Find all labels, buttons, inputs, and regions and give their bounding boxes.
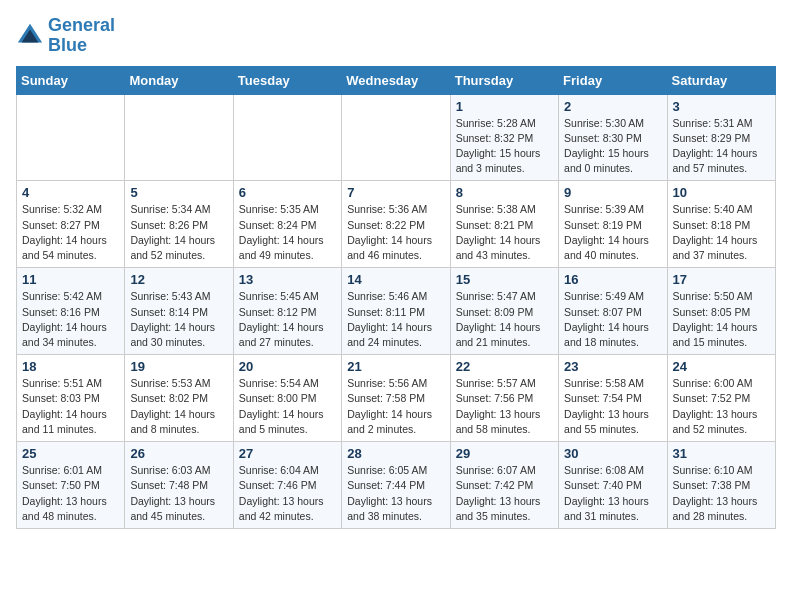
- calendar-cell: [342, 94, 450, 181]
- calendar-cell: 3Sunrise: 5:31 AM Sunset: 8:29 PM Daylig…: [667, 94, 775, 181]
- day-number: 29: [456, 446, 553, 461]
- day-info: Sunrise: 5:32 AM Sunset: 8:27 PM Dayligh…: [22, 202, 119, 263]
- day-number: 21: [347, 359, 444, 374]
- calendar-cell: 12Sunrise: 5:43 AM Sunset: 8:14 PM Dayli…: [125, 268, 233, 355]
- day-number: 1: [456, 99, 553, 114]
- day-header-saturday: Saturday: [667, 66, 775, 94]
- day-info: Sunrise: 6:08 AM Sunset: 7:40 PM Dayligh…: [564, 463, 661, 524]
- day-info: Sunrise: 5:54 AM Sunset: 8:00 PM Dayligh…: [239, 376, 336, 437]
- day-info: Sunrise: 6:01 AM Sunset: 7:50 PM Dayligh…: [22, 463, 119, 524]
- calendar-cell: 27Sunrise: 6:04 AM Sunset: 7:46 PM Dayli…: [233, 442, 341, 529]
- day-number: 20: [239, 359, 336, 374]
- day-number: 2: [564, 99, 661, 114]
- day-number: 22: [456, 359, 553, 374]
- day-info: Sunrise: 5:46 AM Sunset: 8:11 PM Dayligh…: [347, 289, 444, 350]
- day-number: 16: [564, 272, 661, 287]
- day-number: 28: [347, 446, 444, 461]
- day-number: 7: [347, 185, 444, 200]
- day-info: Sunrise: 5:56 AM Sunset: 7:58 PM Dayligh…: [347, 376, 444, 437]
- day-info: Sunrise: 5:31 AM Sunset: 8:29 PM Dayligh…: [673, 116, 770, 177]
- calendar-cell: 1Sunrise: 5:28 AM Sunset: 8:32 PM Daylig…: [450, 94, 558, 181]
- day-number: 14: [347, 272, 444, 287]
- day-info: Sunrise: 5:38 AM Sunset: 8:21 PM Dayligh…: [456, 202, 553, 263]
- calendar-cell: [233, 94, 341, 181]
- calendar-cell: 22Sunrise: 5:57 AM Sunset: 7:56 PM Dayli…: [450, 355, 558, 442]
- day-info: Sunrise: 5:51 AM Sunset: 8:03 PM Dayligh…: [22, 376, 119, 437]
- day-info: Sunrise: 5:58 AM Sunset: 7:54 PM Dayligh…: [564, 376, 661, 437]
- day-number: 17: [673, 272, 770, 287]
- day-number: 11: [22, 272, 119, 287]
- calendar-cell: 18Sunrise: 5:51 AM Sunset: 8:03 PM Dayli…: [17, 355, 125, 442]
- day-number: 26: [130, 446, 227, 461]
- day-number: 8: [456, 185, 553, 200]
- day-info: Sunrise: 5:43 AM Sunset: 8:14 PM Dayligh…: [130, 289, 227, 350]
- day-number: 27: [239, 446, 336, 461]
- calendar-cell: [125, 94, 233, 181]
- day-number: 15: [456, 272, 553, 287]
- day-info: Sunrise: 5:39 AM Sunset: 8:19 PM Dayligh…: [564, 202, 661, 263]
- calendar-cell: 10Sunrise: 5:40 AM Sunset: 8:18 PM Dayli…: [667, 181, 775, 268]
- calendar-cell: 17Sunrise: 5:50 AM Sunset: 8:05 PM Dayli…: [667, 268, 775, 355]
- calendar-cell: 11Sunrise: 5:42 AM Sunset: 8:16 PM Dayli…: [17, 268, 125, 355]
- calendar-cell: 24Sunrise: 6:00 AM Sunset: 7:52 PM Dayli…: [667, 355, 775, 442]
- day-number: 24: [673, 359, 770, 374]
- day-header-thursday: Thursday: [450, 66, 558, 94]
- calendar-cell: 5Sunrise: 5:34 AM Sunset: 8:26 PM Daylig…: [125, 181, 233, 268]
- day-info: Sunrise: 6:05 AM Sunset: 7:44 PM Dayligh…: [347, 463, 444, 524]
- day-number: 19: [130, 359, 227, 374]
- day-info: Sunrise: 6:03 AM Sunset: 7:48 PM Dayligh…: [130, 463, 227, 524]
- day-number: 25: [22, 446, 119, 461]
- calendar-cell: 31Sunrise: 6:10 AM Sunset: 7:38 PM Dayli…: [667, 442, 775, 529]
- logo-text: General Blue: [48, 16, 115, 56]
- day-info: Sunrise: 5:30 AM Sunset: 8:30 PM Dayligh…: [564, 116, 661, 177]
- day-info: Sunrise: 6:00 AM Sunset: 7:52 PM Dayligh…: [673, 376, 770, 437]
- calendar-cell: 7Sunrise: 5:36 AM Sunset: 8:22 PM Daylig…: [342, 181, 450, 268]
- calendar-table: SundayMondayTuesdayWednesdayThursdayFrid…: [16, 66, 776, 529]
- day-info: Sunrise: 5:40 AM Sunset: 8:18 PM Dayligh…: [673, 202, 770, 263]
- calendar-cell: [17, 94, 125, 181]
- day-info: Sunrise: 5:50 AM Sunset: 8:05 PM Dayligh…: [673, 289, 770, 350]
- calendar-cell: 30Sunrise: 6:08 AM Sunset: 7:40 PM Dayli…: [559, 442, 667, 529]
- calendar-cell: 19Sunrise: 5:53 AM Sunset: 8:02 PM Dayli…: [125, 355, 233, 442]
- day-number: 23: [564, 359, 661, 374]
- day-number: 10: [673, 185, 770, 200]
- day-info: Sunrise: 6:10 AM Sunset: 7:38 PM Dayligh…: [673, 463, 770, 524]
- calendar-cell: 6Sunrise: 5:35 AM Sunset: 8:24 PM Daylig…: [233, 181, 341, 268]
- day-info: Sunrise: 5:57 AM Sunset: 7:56 PM Dayligh…: [456, 376, 553, 437]
- day-header-sunday: Sunday: [17, 66, 125, 94]
- day-number: 4: [22, 185, 119, 200]
- day-info: Sunrise: 5:45 AM Sunset: 8:12 PM Dayligh…: [239, 289, 336, 350]
- calendar-cell: 9Sunrise: 5:39 AM Sunset: 8:19 PM Daylig…: [559, 181, 667, 268]
- day-info: Sunrise: 6:07 AM Sunset: 7:42 PM Dayligh…: [456, 463, 553, 524]
- calendar-cell: 20Sunrise: 5:54 AM Sunset: 8:00 PM Dayli…: [233, 355, 341, 442]
- day-info: Sunrise: 5:49 AM Sunset: 8:07 PM Dayligh…: [564, 289, 661, 350]
- day-info: Sunrise: 5:35 AM Sunset: 8:24 PM Dayligh…: [239, 202, 336, 263]
- day-number: 13: [239, 272, 336, 287]
- calendar-cell: 28Sunrise: 6:05 AM Sunset: 7:44 PM Dayli…: [342, 442, 450, 529]
- logo-icon: [16, 22, 44, 50]
- day-number: 3: [673, 99, 770, 114]
- day-info: Sunrise: 5:28 AM Sunset: 8:32 PM Dayligh…: [456, 116, 553, 177]
- day-header-wednesday: Wednesday: [342, 66, 450, 94]
- day-number: 9: [564, 185, 661, 200]
- day-info: Sunrise: 5:47 AM Sunset: 8:09 PM Dayligh…: [456, 289, 553, 350]
- day-info: Sunrise: 5:34 AM Sunset: 8:26 PM Dayligh…: [130, 202, 227, 263]
- day-info: Sunrise: 5:36 AM Sunset: 8:22 PM Dayligh…: [347, 202, 444, 263]
- day-number: 12: [130, 272, 227, 287]
- calendar-cell: 21Sunrise: 5:56 AM Sunset: 7:58 PM Dayli…: [342, 355, 450, 442]
- calendar-cell: 14Sunrise: 5:46 AM Sunset: 8:11 PM Dayli…: [342, 268, 450, 355]
- header: General Blue: [16, 16, 776, 56]
- calendar-cell: 4Sunrise: 5:32 AM Sunset: 8:27 PM Daylig…: [17, 181, 125, 268]
- calendar-cell: 16Sunrise: 5:49 AM Sunset: 8:07 PM Dayli…: [559, 268, 667, 355]
- calendar-cell: 2Sunrise: 5:30 AM Sunset: 8:30 PM Daylig…: [559, 94, 667, 181]
- calendar-cell: 23Sunrise: 5:58 AM Sunset: 7:54 PM Dayli…: [559, 355, 667, 442]
- calendar-cell: 8Sunrise: 5:38 AM Sunset: 8:21 PM Daylig…: [450, 181, 558, 268]
- day-number: 18: [22, 359, 119, 374]
- logo: General Blue: [16, 16, 115, 56]
- calendar-cell: 29Sunrise: 6:07 AM Sunset: 7:42 PM Dayli…: [450, 442, 558, 529]
- day-header-tuesday: Tuesday: [233, 66, 341, 94]
- calendar-cell: 15Sunrise: 5:47 AM Sunset: 8:09 PM Dayli…: [450, 268, 558, 355]
- calendar-cell: 26Sunrise: 6:03 AM Sunset: 7:48 PM Dayli…: [125, 442, 233, 529]
- day-info: Sunrise: 5:53 AM Sunset: 8:02 PM Dayligh…: [130, 376, 227, 437]
- day-number: 5: [130, 185, 227, 200]
